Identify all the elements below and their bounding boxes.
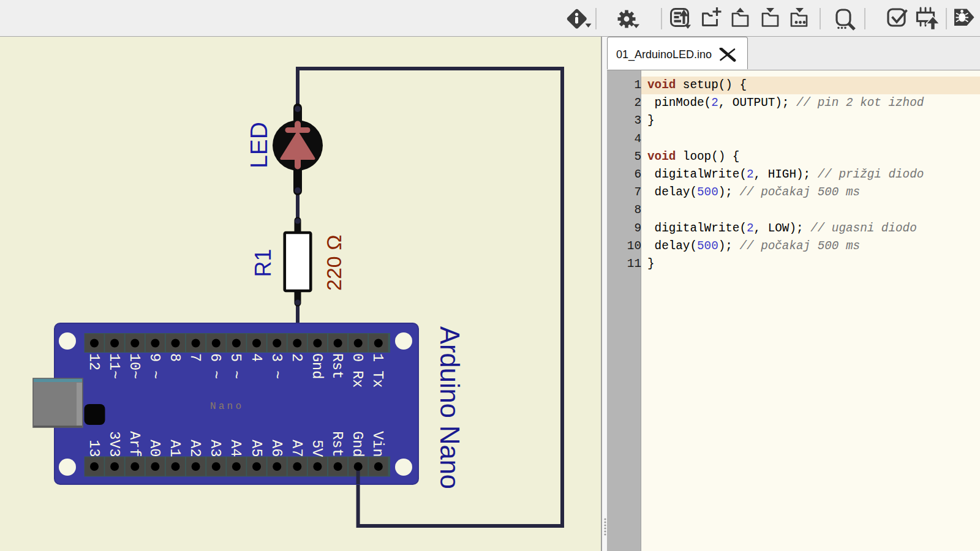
svg-text:7: 7 bbox=[187, 353, 203, 362]
svg-text:3V3: 3V3 bbox=[106, 431, 123, 457]
svg-text:4: 4 bbox=[248, 353, 265, 362]
svg-text:A5: A5 bbox=[248, 440, 265, 457]
svg-text:0 Rx: 0 Rx bbox=[349, 353, 366, 388]
svg-text:A2: A2 bbox=[187, 440, 203, 457]
svg-text:Arf: Arf bbox=[126, 431, 143, 457]
svg-text:A7: A7 bbox=[288, 440, 305, 457]
svg-text:5 ~: 5 ~ bbox=[227, 353, 244, 379]
svg-text:13: 13 bbox=[86, 440, 102, 457]
svg-text:3 ~: 3 ~ bbox=[268, 353, 285, 379]
svg-text:Arduino Nano: Arduino Nano bbox=[435, 326, 464, 489]
svg-text:220 Ω: 220 Ω bbox=[322, 234, 345, 291]
svg-text:A3: A3 bbox=[207, 440, 224, 457]
svg-text:9 ~: 9 ~ bbox=[146, 353, 163, 379]
svg-text:6 ~: 6 ~ bbox=[207, 353, 224, 379]
svg-text:A4: A4 bbox=[227, 440, 244, 457]
svg-text:2: 2 bbox=[288, 353, 305, 362]
svg-text:A6: A6 bbox=[268, 440, 285, 457]
svg-text:12: 12 bbox=[86, 353, 102, 370]
svg-text:Rst: Rst bbox=[329, 431, 345, 457]
svg-text:Gnd: Gnd bbox=[309, 353, 325, 379]
svg-text:8: 8 bbox=[167, 353, 183, 362]
svg-text:Gnd: Gnd bbox=[349, 431, 366, 457]
svg-text:10~: 10~ bbox=[126, 353, 143, 379]
svg-text:11~: 11~ bbox=[106, 353, 123, 379]
svg-text:1 Tx: 1 Tx bbox=[369, 353, 386, 388]
svg-text:Nano: Nano bbox=[210, 401, 244, 412]
svg-text:A0: A0 bbox=[146, 440, 163, 457]
svg-text:Rst: Rst bbox=[329, 353, 345, 379]
svg-text:LED: LED bbox=[246, 122, 272, 168]
svg-text:Vin: Vin bbox=[369, 431, 386, 457]
svg-text:A1: A1 bbox=[167, 440, 183, 457]
svg-text:5V: 5V bbox=[309, 440, 325, 457]
svg-text:R1: R1 bbox=[251, 249, 276, 277]
